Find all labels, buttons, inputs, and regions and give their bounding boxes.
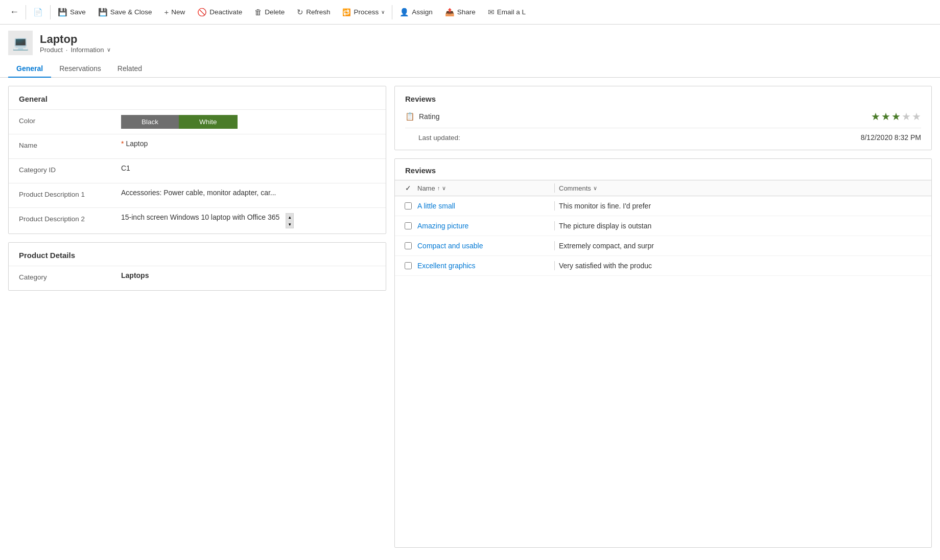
star-1: ★ [871, 110, 880, 123]
process-button[interactable]: 🔁 Process ∨ [336, 0, 391, 24]
toolbar: ← 📄 💾 Save 💾 Save & Close + New 🚫 Deacti… [0, 0, 940, 25]
table-header: ✓ Name ↑ ∨ Comments ∨ [395, 180, 931, 196]
process-label: Process [354, 8, 379, 16]
table-row: A little small This monitor is fine. I'd… [395, 196, 931, 216]
page-title: Laptop [40, 33, 111, 46]
toolbar-separator-1 [26, 5, 26, 19]
color-black-button[interactable]: Black [121, 115, 179, 129]
save-close-icon: 💾 [98, 8, 108, 17]
toolbar-separator-2 [50, 5, 51, 19]
row-checkbox[interactable] [405, 222, 412, 229]
share-label: Share [457, 8, 476, 16]
tabs: General Reservations Related [0, 60, 940, 78]
email-label: Email a L [497, 8, 526, 16]
category-value: Laptops [121, 271, 375, 279]
row-checkbox-col[interactable] [399, 262, 417, 269]
assign-icon: 👤 [400, 8, 409, 17]
review-name[interactable]: Amazing picture [417, 222, 550, 230]
toolbar-separator-3 [392, 5, 392, 19]
sort-asc-icon[interactable]: ↑ [437, 185, 440, 191]
breadcrumb-section: Information [70, 46, 104, 54]
category-id-row: Category ID C1 [9, 158, 386, 183]
required-star: * [121, 139, 124, 148]
color-white-button[interactable]: White [179, 115, 238, 129]
general-card: General Color Black White Name *Laptop [8, 86, 386, 234]
rating-label: Rating [419, 112, 867, 121]
last-updated-row: Last updated: 8/12/2020 8:32 PM [405, 128, 921, 142]
header-text: Laptop Product · Information ∨ [40, 33, 111, 54]
col-name-header: Name ↑ ∨ [417, 184, 550, 192]
right-panel: Reviews 📋 Rating ★ ★ ★ ★ ★ Last updated:… [394, 86, 932, 548]
name-value: *Laptop [121, 139, 375, 148]
reviews-table-card: Reviews ✓ Name ↑ ∨ Comments ∨ [394, 158, 932, 548]
record-icon-button[interactable]: 📄 [27, 0, 49, 24]
select-all-checkbox[interactable]: ✓ [405, 184, 412, 192]
main-content: General Color Black White Name *Laptop [0, 78, 940, 556]
col-comments-header: Comments ∨ [559, 184, 927, 192]
delete-button[interactable]: 🗑 Delete [248, 0, 291, 24]
process-chevron-icon: ∨ [381, 9, 385, 15]
table-row: Amazing picture The picture display is o… [395, 216, 931, 236]
general-card-title: General [9, 86, 386, 109]
review-name[interactable]: Excellent graphics [417, 262, 550, 270]
table-row: Excellent graphics Very satisfied with t… [395, 256, 931, 276]
save-close-label: Save & Close [110, 8, 152, 16]
deactivate-button[interactable]: 🚫 Deactivate [191, 0, 248, 24]
share-button[interactable]: 📤 Share [439, 0, 482, 24]
review-name[interactable]: Compact and usable [417, 242, 550, 250]
row-col-separator [554, 261, 555, 270]
category-id-value: C1 [121, 164, 375, 172]
tab-related[interactable]: Related [109, 60, 150, 78]
last-updated-label: Last updated: [405, 134, 857, 142]
deactivate-icon: 🚫 [197, 8, 207, 17]
share-icon: 📤 [445, 8, 455, 17]
rating-row: 📋 Rating ★ ★ ★ ★ ★ [405, 110, 921, 123]
review-comment: Very satisfied with the produc [559, 262, 927, 270]
reviews-summary-card: Reviews 📋 Rating ★ ★ ★ ★ ★ Last updated:… [394, 86, 932, 150]
review-name[interactable]: A little small [417, 202, 550, 210]
scroll-down-button[interactable]: ▼ [286, 221, 293, 228]
col-name-label: Name [417, 184, 435, 192]
save-icon: 💾 [58, 8, 67, 17]
comments-sort-icon[interactable]: ∨ [593, 185, 597, 192]
row-col-separator [554, 241, 555, 250]
refresh-icon: ↻ [297, 8, 303, 17]
table-select-all[interactable]: ✓ [399, 184, 417, 192]
color-row: Color Black White [9, 109, 386, 134]
row-checkbox-col[interactable] [399, 242, 417, 249]
page-header: 💻 Laptop Product · Information ∨ [0, 25, 940, 55]
row-checkbox[interactable] [405, 242, 412, 249]
stars: ★ ★ ★ ★ ★ [871, 110, 921, 123]
name-row: Name *Laptop [9, 134, 386, 158]
row-col-separator [554, 201, 555, 211]
star-5: ★ [912, 110, 921, 123]
product-desc2-row: Product Description 2 15-inch screen Win… [9, 207, 386, 234]
save-button[interactable]: 💾 Save [52, 0, 92, 24]
product-details-card: Product Details Category Laptops [8, 242, 386, 291]
refresh-button[interactable]: ↻ Refresh [291, 0, 336, 24]
col-separator [554, 183, 555, 193]
row-checkbox[interactable] [405, 262, 412, 269]
left-panel: General Color Black White Name *Laptop [8, 86, 386, 548]
back-button[interactable]: ← [4, 0, 25, 24]
email-button[interactable]: ✉ Email a L [482, 0, 532, 24]
row-checkbox-col[interactable] [399, 222, 417, 229]
assign-button[interactable]: 👤 Assign [393, 0, 439, 24]
delete-icon: 🗑 [254, 8, 262, 16]
reviews-table-title: Reviews [395, 159, 931, 180]
row-checkbox[interactable] [405, 202, 412, 209]
col-comments-label: Comments [559, 184, 591, 192]
sort-desc-icon[interactable]: ∨ [442, 185, 446, 192]
category-label: Category [19, 271, 121, 281]
row-checkbox-col[interactable] [399, 202, 417, 209]
row-col-separator [554, 221, 555, 230]
save-close-button[interactable]: 💾 Save & Close [92, 0, 158, 24]
breadcrumb[interactable]: Product · Information ∨ [40, 46, 111, 54]
scroll-up-button[interactable]: ▲ [286, 214, 293, 221]
product-desc2-value: 15-inch screen Windows 10 laptop with Of… [121, 213, 375, 228]
tab-general[interactable]: General [8, 60, 51, 78]
tab-reservations[interactable]: Reservations [51, 60, 109, 78]
product-details-title: Product Details [9, 243, 386, 266]
new-button[interactable]: + New [158, 0, 192, 24]
delete-label: Delete [265, 8, 285, 16]
